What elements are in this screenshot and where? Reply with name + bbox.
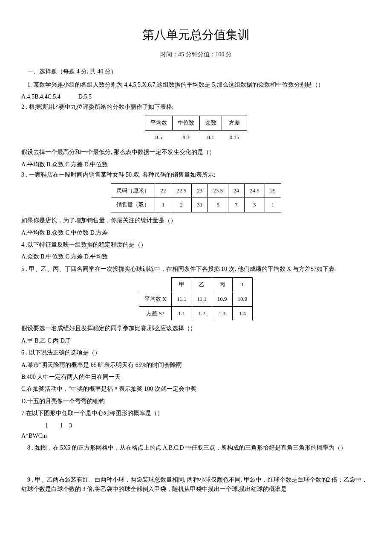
q3-r2-5: 3 <box>244 198 265 212</box>
q3-h1: 尺码（厘米） <box>111 183 155 198</box>
q5-th-2: 乙 <box>192 278 212 292</box>
q5-th-1: 甲 <box>172 278 192 292</box>
q3-text: 3 . 一家鞋店在一段时间内销售某种女鞋 50 双, 各种尺码的销售量如表所示: <box>21 170 371 180</box>
q7-options: A*BWCm <box>21 431 371 441</box>
q3-r1-1: 22.5 <box>171 183 192 198</box>
q5-r2h: 方差 S? <box>139 306 172 320</box>
q5-th-0 <box>139 278 172 292</box>
q5-after: 假设要选一名成绩好且发挥稳定的同学参加比赛,那么应该选择（） <box>21 324 371 333</box>
q5-r1-3: 10.9 <box>232 292 253 306</box>
q9-text: 9 . 甲、乙两布袋装有红、白两种小球，两袋装球总数量相同, 两种小球仅颜色不同… <box>21 475 371 494</box>
q5-th-4: T <box>232 278 253 292</box>
q7-frac: 1 1 3 <box>21 421 371 430</box>
q5-r1-1: 11.1 <box>192 292 212 306</box>
q3-r2-0: 1 <box>155 198 171 212</box>
q2-th-3: 方差 <box>222 116 247 130</box>
q5-r1h: 平均数 X <box>139 292 172 306</box>
q5-table: 甲 乙 丙 T 平均数 X 11.1 11.1 10.9 10.9 方差 S? … <box>139 277 253 320</box>
q6-b: B.400 人中一定有两人的生日在同一天 <box>21 372 371 382</box>
q4-text: 4 .以下特征量反映一组数据的稳定程度的是（） <box>21 240 371 250</box>
q6-text: 6 . 以下说法正确的选项是（） <box>21 348 371 357</box>
q2-options: A.平均数 B.众数 C.方差 D.中位数 <box>21 160 371 169</box>
q3-table: 尺码（厘米） 22 22.5 23 23.5 24 24.5 25 销售量（双）… <box>111 183 281 213</box>
q3-r1-3: 23.5 <box>208 183 228 198</box>
q3-r2-1: 2 <box>171 198 192 212</box>
q3-r1-0: 22 <box>155 183 171 198</box>
q2-th-1: 中位数 <box>173 116 200 130</box>
q5-r1-0: 11.1 <box>172 292 192 306</box>
q5-r2-0: 1.1 <box>172 306 192 320</box>
q3-r1-6: 25 <box>265 183 281 198</box>
q3-h2: 销售量（双） <box>111 198 155 212</box>
q5-r1-2: 10.9 <box>212 292 232 306</box>
q5-th-3: 丙 <box>212 278 232 292</box>
q5-text: 5 . 甲、乙、丙、丁四名同学在一次投掷实心球训练中，在相同条件下各投掷 10 … <box>21 264 371 274</box>
q2-table: 平均数 中位数 众数 方差 8.5 8.3 8.1 0.15 <box>145 116 247 145</box>
q6-c: C.在抽奖活动中，"中奖的概率是福〃表示抽奖 100 次就一定会中奖 <box>21 384 371 394</box>
section-1-header: 一、选择题（每题 4 分, 共 40 分） <box>21 67 371 76</box>
q7-text: 7.在以下图形中任取一个是中心对称图形的概率是（） <box>21 409 371 418</box>
q1-options: A.4,5B.4,4C.5,4 D.5,5 <box>21 92 371 102</box>
q3-options: A.平均数 B.众数 C.中位数 D.方差 <box>21 228 371 238</box>
q3-after: 如果你是店长，为了增加销售量，你最关注的统计量是（） <box>21 216 371 225</box>
q3-r1-2: 23 <box>192 183 208 198</box>
q3-r2-3: 5 <box>208 198 228 212</box>
q6-d: D.十五的月亮像一个弯弯的细钩 <box>21 397 371 406</box>
q2-after: 假设去掉一个最高分和一个最低分, 那么表中数据一定不发生变化的是（） <box>21 148 371 157</box>
q5-r2-1: 1.2 <box>192 306 212 320</box>
page-title: 第八单元总分值集训 <box>21 26 371 45</box>
q5-options: A.甲 B.乙 C.丙 D.T <box>21 336 371 346</box>
q3-r2-4: 7 <box>228 198 244 212</box>
q5-r2-3: 1.4 <box>232 306 253 320</box>
q4-options: A.众数 B.中位数 C.方差 D.平均数 <box>21 252 371 262</box>
q6-a: A.某市"明天降雨的概率是 65 旷表示明天有 65%的时间会降雨 <box>21 360 371 370</box>
q2-th-2: 众数 <box>200 116 222 130</box>
q5-r2-2: 1.3 <box>212 306 232 320</box>
q2-r-3: 0.15 <box>222 130 247 144</box>
q3-r2-6: 1 <box>265 198 281 212</box>
q2-r-2: 8.1 <box>200 130 222 144</box>
q2-text: 2 . 根据演讲比赛中九位评委所给的分数小丽作了如下表格: <box>21 102 371 112</box>
q1-text: 1. 某数学兴趣小组的各组人数分别为 4,4,5,5,X,6,7,这组数据的平均… <box>21 80 371 90</box>
q3-r1-4: 24 <box>228 183 244 198</box>
subtitle: 时间：45 分钟分值：100 分 <box>21 50 371 59</box>
q2-r-0: 8.5 <box>145 130 173 144</box>
q3-r2-2: 31 <box>192 198 208 212</box>
q3-r1-5: 24.5 <box>244 183 265 198</box>
q2-th-0: 平均数 <box>145 116 173 130</box>
q2-r-1: 8.3 <box>173 130 200 144</box>
q8-text: 8 . 如图，在 5X5 的正方形网格中，从在格点上的点 A,B,C,D 中任取… <box>21 443 371 453</box>
